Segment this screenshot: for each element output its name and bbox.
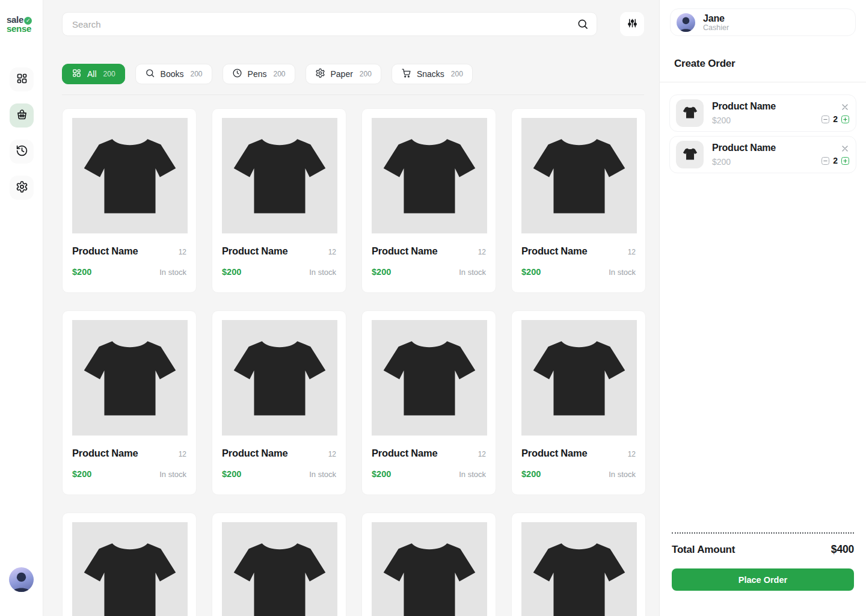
product-count: 12 <box>179 450 186 458</box>
chip-label: All <box>87 69 97 79</box>
tshirt-image <box>376 122 482 230</box>
order-panel: Jane Cashier Create Order Product Name $… <box>659 0 866 616</box>
sliders-icon <box>627 17 638 31</box>
product-price: $200 <box>372 267 391 277</box>
dashboard-icon <box>16 72 28 87</box>
product-price: $200 <box>521 469 541 479</box>
topbar <box>62 12 644 36</box>
tshirt-image <box>376 526 482 616</box>
main-content: All 200 Books 200 Pens 200 Paper 200 Sna… <box>43 0 659 616</box>
category-chip-snacks[interactable]: Snacks 200 <box>392 64 473 84</box>
quantity-stepper: 2 <box>821 156 849 165</box>
category-chip-books[interactable]: Books 200 <box>135 64 212 84</box>
dotted-divider <box>672 532 854 534</box>
brand-logo: sale✓ sense <box>7 16 32 33</box>
tshirt-image <box>376 324 482 432</box>
quantity-stepper: 2 <box>821 114 849 124</box>
decrease-quantity-icon[interactable] <box>821 116 829 123</box>
order-item: Product Name $200 2 <box>669 94 856 132</box>
product-card[interactable]: Product Name 12 $200 In stock <box>361 310 496 495</box>
product-image <box>222 522 337 616</box>
product-card[interactable]: Product Name 12 $200 In stock <box>361 513 496 616</box>
remove-item-icon[interactable] <box>841 144 849 151</box>
product-card[interactable]: Product Name 12 $200 In stock <box>511 108 646 293</box>
product-stock-badge: In stock <box>459 268 486 277</box>
product-image <box>72 320 188 436</box>
decrease-quantity-icon[interactable] <box>821 157 829 165</box>
chip-count: 200 <box>273 70 285 78</box>
product-card[interactable]: Product Name 12 $200 In stock <box>62 310 197 495</box>
category-chip-all[interactable]: All 200 <box>62 64 125 84</box>
product-price: $200 <box>222 469 241 479</box>
chip-label: Books <box>161 69 184 79</box>
chips-divider <box>62 94 644 95</box>
quantity-value: 2 <box>833 156 838 165</box>
product-card[interactable]: Product Name 12 $200 In stock <box>511 310 646 495</box>
chip-count: 200 <box>451 70 463 78</box>
remove-item-icon[interactable] <box>841 102 849 109</box>
filters-button[interactable] <box>620 12 644 36</box>
tshirt-image <box>227 324 333 432</box>
product-count: 12 <box>478 248 486 256</box>
product-count: 12 <box>628 450 636 458</box>
order-item-name: Product Name <box>712 143 776 153</box>
search-icon[interactable] <box>577 18 589 30</box>
total-amount-label: Total Amount <box>672 544 735 556</box>
sidebar-user-avatar[interactable] <box>9 567 34 592</box>
product-count: 12 <box>179 248 186 256</box>
product-name: Product Name <box>72 448 138 459</box>
product-card[interactable]: Product Name 12 $200 In stock <box>62 513 197 616</box>
sidebar-item-pos[interactable] <box>10 103 34 128</box>
product-card[interactable]: Product Name 12 $200 In stock <box>212 310 346 495</box>
product-card[interactable]: Product Name 12 $200 In stock <box>361 108 496 293</box>
tshirt-image <box>77 526 183 616</box>
product-count: 12 <box>478 450 486 458</box>
product-card[interactable]: Product Name 12 $200 In stock <box>212 108 346 293</box>
product-card[interactable]: Product Name 12 $200 In stock <box>212 513 346 616</box>
search-icon <box>145 68 155 81</box>
user-avatar <box>677 13 695 32</box>
product-stock-badge: In stock <box>159 470 186 479</box>
product-stock-badge: In stock <box>309 268 336 277</box>
chip-label: Pens <box>248 69 267 79</box>
search-input[interactable] <box>62 12 597 36</box>
product-price: $200 <box>372 469 391 479</box>
product-card[interactable]: Product Name 12 $200 In stock <box>511 513 646 616</box>
sidebar-item-history[interactable] <box>10 140 34 164</box>
product-stock-badge: In stock <box>459 470 486 479</box>
place-order-button[interactable]: Place Order <box>672 568 854 591</box>
product-stock-badge: In stock <box>309 470 336 479</box>
product-name: Product Name <box>372 245 437 257</box>
product-price: $200 <box>72 469 91 479</box>
tshirt-image <box>526 324 632 432</box>
product-card[interactable]: Product Name 12 $200 In stock <box>62 108 197 293</box>
product-price: $200 <box>72 267 91 277</box>
chip-count: 200 <box>360 70 372 78</box>
product-image <box>72 118 188 233</box>
user-card[interactable]: Jane Cashier <box>670 8 856 36</box>
product-name: Product Name <box>372 448 437 459</box>
increase-quantity-icon[interactable] <box>841 157 849 165</box>
brand-line2: sense <box>7 23 31 34</box>
product-image <box>222 118 337 233</box>
product-price: $200 <box>222 267 241 277</box>
product-image <box>222 320 337 436</box>
order-item-price: $200 <box>712 157 776 167</box>
product-image <box>72 522 188 616</box>
order-item-thumbnail <box>676 99 704 127</box>
category-chips: All 200 Books 200 Pens 200 Paper 200 Sna… <box>62 64 644 84</box>
sidebar-item-settings[interactable] <box>10 176 34 200</box>
order-summary: Total Amount $400 Place Order <box>660 532 866 616</box>
tshirt-icon <box>682 104 698 123</box>
sidebar-item-dashboard[interactable] <box>10 67 34 91</box>
user-role: Cashier <box>703 23 729 32</box>
category-chip-paper[interactable]: Paper 200 <box>306 64 381 84</box>
product-count: 12 <box>328 248 336 256</box>
sidebar: sale✓ sense <box>0 0 43 616</box>
user-name: Jane <box>703 13 729 23</box>
increase-quantity-icon[interactable] <box>841 116 849 123</box>
product-stock-badge: In stock <box>159 268 186 277</box>
product-image <box>372 118 487 233</box>
product-stock-badge: In stock <box>609 470 636 479</box>
category-chip-pens[interactable]: Pens 200 <box>223 64 295 84</box>
